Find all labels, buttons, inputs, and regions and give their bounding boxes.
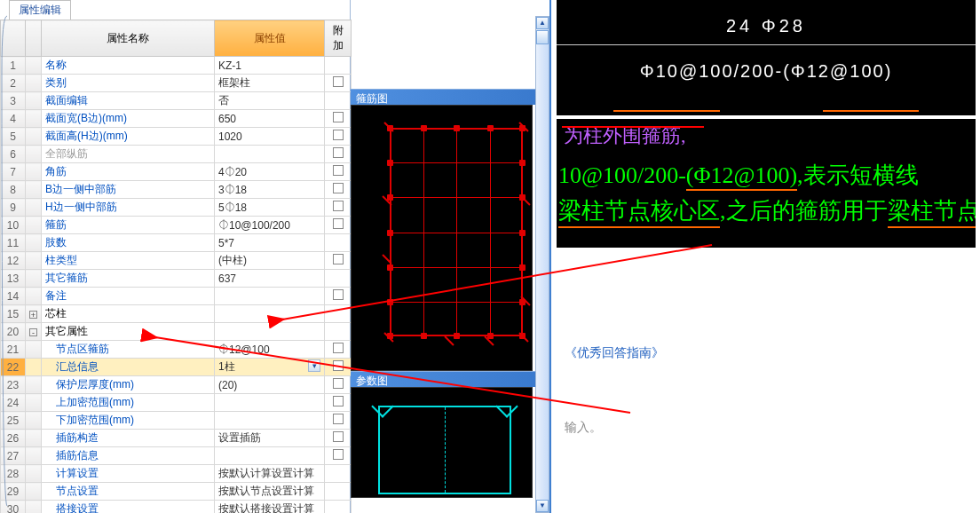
prop-value[interactable]: 1020 [215,128,325,146]
prop-value[interactable]: 否 [215,92,325,110]
checkbox-icon[interactable] [333,201,344,211]
prop-value[interactable]: 设置插筋 [215,430,325,447]
table-row[interactable]: 25下加密范围(mm) [1,412,352,430]
table-row[interactable]: 26插筋构造设置插筋 [1,430,352,447]
minus-icon[interactable]: - [29,328,37,336]
table-row[interactable]: 11肢数5*7 [1,234,352,252]
table-row[interactable]: 15+芯柱 [1,305,352,323]
tab-property-edit[interactable]: 属性编辑 [9,0,71,20]
green-line2: 梁柱节点核心区,之后的箍筋用于梁柱节点核心区 [558,195,976,228]
table-row[interactable]: 9H边一侧中部筋5⏀18 [1,199,352,217]
table-row[interactable]: 6全部纵筋 [1,146,352,163]
expand-cell[interactable]: + [26,305,42,323]
extra-check[interactable] [325,447,352,465]
table-row[interactable]: 5截面高(H边)(mm)1020 [1,128,352,146]
extra-check[interactable] [325,288,352,305]
prop-value[interactable]: 5*7 [215,234,325,252]
extra-check[interactable] [325,128,352,146]
table-row[interactable]: 22汇总信息1柱▾ [1,359,352,376]
extra-check[interactable] [325,252,352,270]
extra-check [325,92,352,110]
checkbox-icon[interactable] [333,183,344,193]
prop-value[interactable]: 框架柱 [215,75,325,92]
table-row[interactable]: 8B边一侧中部筋3⏀18 [1,181,352,199]
prop-value[interactable]: KZ-1 [215,57,325,75]
checkbox-icon[interactable] [333,218,344,229]
prop-value[interactable] [215,447,325,465]
extra-check[interactable] [325,376,352,394]
extra-check[interactable] [325,75,352,92]
table-row[interactable]: 4截面宽(B边)(mm)650 [1,110,352,128]
prop-value[interactable] [215,305,325,323]
scroll-thumb[interactable] [536,30,549,44]
chevron-down-icon[interactable]: ▾ [308,359,320,372]
extra-check[interactable] [325,163,352,181]
table-row[interactable]: 7角筋4⏀20 [1,163,352,181]
table-row[interactable]: 30搭接设置按默认搭接设置计算 [1,501,352,514]
table-row[interactable]: 14备注 [1,288,352,305]
table-row[interactable]: 1名称KZ-1 [1,57,352,75]
table-row[interactable]: 20-其它属性 [1,323,352,341]
prop-value[interactable] [215,288,325,305]
checkbox-icon[interactable] [333,147,344,158]
prop-value[interactable]: (20) [215,376,325,394]
table-row[interactable]: 24上加密范围(mm) [1,394,352,412]
extra-check[interactable] [325,394,352,412]
scroll-down-icon[interactable]: ▼ [536,500,549,512]
checkbox-icon[interactable] [333,112,344,122]
prop-value[interactable] [215,394,325,412]
checkbox-icon[interactable] [333,378,344,389]
checkbox-icon[interactable] [333,396,344,406]
extra-check[interactable] [325,359,352,376]
extra-check[interactable] [325,110,352,128]
plus-icon[interactable]: + [29,311,37,319]
table-row[interactable]: 29节点设置按默认节点设置计算 [1,483,352,501]
expand-cell[interactable]: - [26,323,42,341]
prop-value[interactable]: ⏀12@100 [215,341,325,359]
extra-check[interactable] [325,412,352,430]
table-row[interactable]: 13其它箍筋637 [1,270,352,288]
table-row[interactable]: 21节点区箍筋⏀12@100 [1,341,352,359]
checkbox-icon[interactable] [333,165,344,176]
extra-check[interactable] [325,146,352,163]
prop-value[interactable] [215,146,325,163]
checkbox-icon[interactable] [333,254,344,264]
scroll-up-icon[interactable]: ▲ [536,17,549,29]
prop-value[interactable]: 3⏀18 [215,181,325,199]
checkbox-icon[interactable] [333,431,344,442]
prop-value[interactable]: 5⏀18 [215,199,325,217]
prop-value[interactable] [215,412,325,430]
checkbox-icon[interactable] [333,414,344,424]
extra-check[interactable] [325,199,352,217]
prop-value[interactable]: ⏀10@100/200 [215,217,325,234]
table-row[interactable]: 28计算设置按默认计算设置计算 [1,465,352,483]
table-row[interactable]: 10箍筋⏀10@100/200 [1,217,352,234]
extra-check[interactable] [325,430,352,447]
prop-value[interactable]: 按默认搭接设置计算 [215,501,325,514]
scrollbar[interactable]: ▲ ▼ [535,16,549,513]
table-row[interactable]: 2类别框架柱 [1,75,352,92]
checkbox-icon[interactable] [333,130,344,140]
guide-link[interactable]: 《优秀回答指南》 [565,345,980,361]
checkbox-icon[interactable] [333,289,344,300]
prop-value[interactable]: 按默认计算设置计算 [215,465,325,483]
prop-value[interactable]: 1柱▾ [215,359,325,376]
checkbox-icon[interactable] [333,343,344,353]
prop-value[interactable] [215,323,325,341]
checkbox-icon[interactable] [333,76,344,87]
extra-check[interactable] [325,181,352,199]
prop-value[interactable]: (中柱) [215,252,325,270]
checkbox-icon[interactable] [333,360,344,371]
table-row[interactable]: 27插筋信息 [1,447,352,465]
header-value: 属性值 [215,20,325,57]
checkbox-icon[interactable] [333,449,344,460]
extra-check[interactable] [325,217,352,234]
extra-check[interactable] [325,341,352,359]
table-row[interactable]: 12柱类型(中柱) [1,252,352,270]
prop-value[interactable]: 637 [215,270,325,288]
prop-value[interactable]: 4⏀20 [215,163,325,181]
prop-value[interactable]: 按默认节点设置计算 [215,483,325,501]
table-row[interactable]: 23保护层厚度(mm)(20) [1,376,352,394]
prop-value[interactable]: 650 [215,110,325,128]
table-row[interactable]: 3截面编辑否 [1,92,352,110]
